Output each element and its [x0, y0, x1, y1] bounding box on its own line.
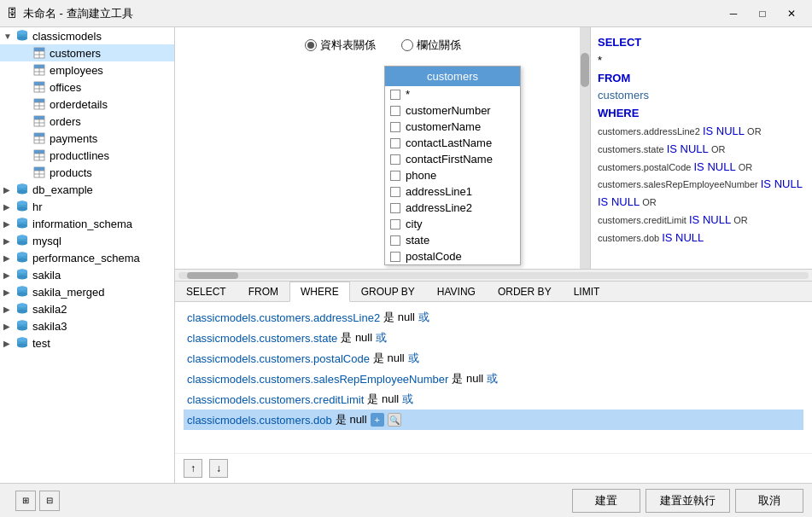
svg-point-2 — [17, 37, 27, 41]
sidebar-db-root[interactable]: ▼ classicmodels — [0, 27, 174, 44]
sql-star-text: * — [598, 54, 602, 67]
table-icon-customers — [32, 46, 46, 60]
sidebar-db-sakila_merged[interactable]: ▶ sakila_merged — [0, 283, 174, 300]
sidebar-table-products[interactable]: products — [0, 164, 174, 181]
table-field-state[interactable]: state — [385, 232, 520, 248]
tab-group-by[interactable]: GROUP BY — [350, 282, 426, 301]
sidebar-db-information_schema[interactable]: ▶ information_schema — [0, 215, 174, 232]
maximize-button[interactable]: □ — [749, 4, 776, 23]
table-icon-products — [32, 166, 46, 179]
db-arrow: ▶ — [3, 270, 15, 280]
close-button[interactable]: ✕ — [778, 4, 805, 23]
sidebar-table-productlines[interactable]: productlines — [0, 147, 174, 164]
sidebar-table-customers[interactable]: customers — [0, 44, 174, 61]
scroll-thumb-h — [187, 272, 238, 279]
sql-panel: SELECT * FROM customers WHERE customers.… — [590, 27, 812, 269]
field-checkbox-phone[interactable] — [390, 171, 400, 181]
table-field-city[interactable]: city — [385, 216, 520, 232]
db-root-name: classicmodels — [32, 30, 102, 43]
layout-icon-2[interactable]: ⊟ — [39, 491, 60, 511]
field-checkbox-postalCode[interactable] — [390, 252, 400, 262]
table-field-contactLastName[interactable]: contactLastName — [385, 135, 520, 151]
field-checkbox-customerNumber[interactable] — [390, 106, 400, 116]
tab-order-by[interactable]: ORDER BY — [487, 282, 563, 301]
field-checkbox-contactFirstName[interactable] — [390, 154, 400, 165]
sidebar-table-offices[interactable]: offices — [0, 78, 174, 96]
svg-point-66 — [17, 276, 27, 280]
field-checkbox-addressLine1[interactable] — [390, 187, 400, 197]
table-widget-header: customers — [385, 67, 520, 86]
field-checkbox-city[interactable] — [390, 219, 400, 229]
table-field-contactFirstName[interactable]: contactFirstName — [385, 151, 520, 167]
tab-having[interactable]: HAVING — [426, 282, 487, 301]
table-field-customerName[interactable]: customerName — [385, 119, 520, 135]
table-field-postalCode[interactable]: postalCode — [385, 248, 520, 264]
tab-limit[interactable]: LIMIT — [563, 282, 611, 301]
sidebar-db-sakila3[interactable]: ▶ sakila3 — [0, 317, 174, 334]
layout-icon-1[interactable]: ⊞ — [15, 491, 36, 511]
app-icon: 🗄 — [7, 7, 18, 20]
sidebar-table-name-employees: employees — [50, 64, 103, 77]
build-button[interactable]: 建置 — [572, 489, 640, 513]
where-row-1[interactable]: classicmodels.customers.state 是 null 或 — [184, 328, 803, 348]
tab-from[interactable]: FROM — [237, 282, 289, 301]
diagram-area: 資料表關係 欄位關係 customers * customerNumber cu… — [175, 27, 590, 269]
where-table-ref-2: classicmodels.customers.postalCode — [187, 352, 370, 365]
table-field-phone[interactable]: phone — [385, 167, 520, 183]
move-down-button[interactable]: ↓ — [209, 459, 228, 478]
table-field-customerNumber[interactable]: customerNumber — [385, 102, 520, 119]
sidebar-db-mysql[interactable]: ▶ mysql — [0, 232, 174, 249]
vertical-scrollbar[interactable] — [580, 27, 590, 269]
title-bar: 🗄 未命名 - 查詢建立工具 ─ □ ✕ — [0, 0, 812, 27]
sidebar-db-db_example[interactable]: ▶ db_example — [0, 181, 174, 198]
sidebar-table-employees[interactable]: employees — [0, 61, 174, 78]
where-row-4[interactable]: classicmodels.customers.creditLimit 是 nu… — [184, 389, 803, 410]
tab-select[interactable]: SELECT — [175, 282, 237, 301]
sql-keyword-select: SELECT — [598, 36, 641, 49]
sidebar-db-sakila2[interactable]: ▶ sakila2 — [0, 300, 174, 317]
horizontal-scrollbar[interactable] — [175, 270, 812, 282]
svg-point-63 — [17, 253, 27, 257]
move-up-button[interactable]: ↑ — [184, 459, 202, 478]
where-row-5[interactable]: classicmodels.customers.dob 是 null + 🔍 — [184, 410, 803, 430]
field-checkbox-state[interactable] — [390, 235, 400, 246]
sidebar-table-orderdetails[interactable]: orderdetails — [0, 96, 174, 113]
db-name-sakila2: sakila2 — [32, 303, 67, 316]
table-icon-orders — [32, 114, 46, 128]
main-content: ▼ classicmodels — [0, 27, 812, 483]
field-checkbox-customerName[interactable] — [390, 122, 400, 132]
minimize-button[interactable]: ─ — [720, 4, 747, 23]
where-row-2[interactable]: classicmodels.customers.postalCode 是 nul… — [184, 348, 803, 369]
radio-table-label: 資料表關係 — [320, 38, 376, 53]
where-null-text-4: 是 null — [367, 392, 399, 407]
top-area: 資料表關係 欄位關係 customers * customerNumber cu… — [175, 27, 812, 270]
tab-where[interactable]: WHERE — [289, 282, 350, 302]
radio-circle-table — [305, 39, 317, 51]
radio-field-relation[interactable]: 欄位關係 — [401, 38, 461, 53]
db-name-sakila_merged: sakila_merged — [32, 286, 105, 299]
search-condition-button[interactable]: 🔍 — [388, 413, 401, 427]
svg-point-51 — [17, 201, 27, 206]
sidebar-table-payments[interactable]: payments — [0, 130, 174, 147]
table-field-addressLine1[interactable]: addressLine1 — [385, 183, 520, 200]
sql-star: * — [598, 52, 805, 70]
sidebar-db-hr[interactable]: ▶ hr — [0, 198, 174, 215]
cancel-button[interactable]: 取消 — [735, 489, 803, 513]
build-run-button[interactable]: 建置並執行 — [646, 489, 730, 513]
field-checkbox-*[interactable] — [390, 90, 400, 100]
sidebar-db-performance_schema[interactable]: ▶ performance_schema — [0, 249, 174, 266]
sidebar-db-sakila[interactable]: ▶ sakila — [0, 266, 174, 283]
where-row-0[interactable]: classicmodels.customers.addressLine2 是 n… — [184, 307, 803, 328]
radio-table-relation[interactable]: 資料表關係 — [305, 38, 376, 53]
table-field-*[interactable]: * — [385, 86, 520, 102]
sidebar-table-name-orderdetails: orderdetails — [50, 98, 108, 111]
sidebar-table-orders[interactable]: orders — [0, 113, 174, 130]
where-row-3[interactable]: classicmodels.customers.salesRepEmployee… — [184, 369, 803, 389]
svg-point-67 — [17, 270, 27, 274]
field-checkbox-addressLine2[interactable] — [390, 203, 400, 213]
sql-keyword-where: WHERE — [598, 107, 639, 119]
field-checkbox-contactLastName[interactable] — [390, 138, 400, 148]
add-condition-button[interactable]: + — [371, 413, 384, 427]
table-field-addressLine2[interactable]: addressLine2 — [385, 200, 520, 216]
sidebar-db-test[interactable]: ▶ test — [0, 334, 174, 351]
